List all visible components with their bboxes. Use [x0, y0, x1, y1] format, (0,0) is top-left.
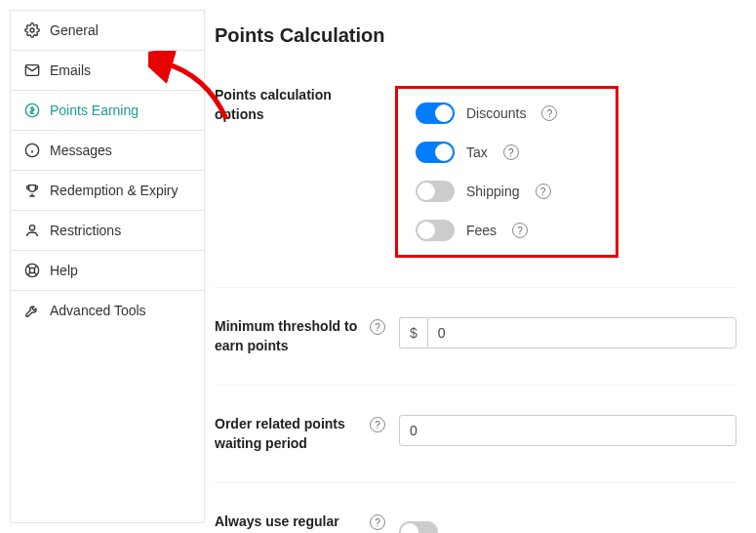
dollar-circle-icon	[24, 102, 40, 118]
setting-regular-price: Always use regular price ?	[215, 503, 736, 533]
calc-options-highlight-box: Discounts ? Tax ? Shipping ? Fees ?	[395, 86, 618, 258]
sidebar-item-redemption[interactable]: Redemption & Expiry	[11, 171, 204, 211]
sidebar-item-label: Points Earning	[50, 102, 139, 118]
life-ring-icon	[24, 263, 40, 278]
help-icon[interactable]: ?	[536, 184, 551, 199]
sidebar-item-label: General	[50, 22, 99, 38]
page-title: Points Calculation	[215, 24, 736, 47]
trophy-icon	[24, 183, 40, 198]
person-icon	[24, 223, 40, 238]
help-icon[interactable]: ?	[503, 144, 519, 160]
sidebar-item-label: Restrictions	[50, 223, 121, 238]
help-icon[interactable]: ?	[541, 105, 557, 121]
toggle-row-discounts: Discounts ?	[416, 102, 561, 124]
main-panel: Points Calculation Points calculation op…	[215, 0, 756, 533]
wrench-icon	[24, 303, 40, 318]
help-icon[interactable]: ?	[370, 514, 385, 530]
currency-prefix: $	[399, 317, 427, 348]
sidebar-item-restrictions[interactable]: Restrictions	[11, 211, 204, 251]
toggle-label: Shipping	[466, 184, 520, 199]
setting-waiting-period: Order related points waiting period ?	[215, 405, 736, 483]
help-icon[interactable]: ?	[512, 223, 528, 238]
settings-sidebar: General Emails Points Earning Messages R…	[10, 10, 205, 523]
toggle-regular-price[interactable]	[399, 521, 438, 533]
toggle-shipping[interactable]	[416, 181, 455, 202]
sidebar-item-help[interactable]: Help	[11, 251, 204, 291]
setting-calc-options: Points calculation options Discounts ? T…	[215, 76, 736, 288]
min-threshold-input[interactable]	[427, 317, 736, 348]
svg-line-10	[34, 272, 37, 275]
sidebar-item-label: Messages	[50, 143, 112, 158]
waiting-period-input[interactable]	[399, 415, 736, 446]
toggle-row-fees: Fees ?	[416, 220, 561, 241]
sidebar-item-label: Emails	[50, 62, 91, 78]
setting-label: Points calculation options	[215, 86, 366, 258]
sidebar-item-label: Help	[50, 263, 78, 278]
svg-point-6	[29, 226, 34, 230]
toggle-tax[interactable]	[416, 142, 455, 163]
setting-label: Always use regular price	[215, 512, 366, 533]
svg-point-8	[29, 267, 34, 272]
svg-line-11	[27, 272, 30, 275]
sidebar-item-messages[interactable]: Messages	[11, 131, 204, 171]
toggle-row-tax: Tax ?	[416, 142, 561, 163]
setting-min-threshold: Minimum threshold to earn points ? $	[215, 308, 736, 386]
info-circle-icon	[24, 143, 40, 158]
sidebar-item-points-earning[interactable]: Points Earning	[11, 91, 204, 131]
toggle-row-shipping: Shipping ?	[416, 181, 561, 202]
setting-label: Minimum threshold to earn points	[215, 317, 366, 355]
sidebar-item-emails[interactable]: Emails	[11, 51, 204, 91]
help-icon[interactable]: ?	[370, 319, 385, 335]
toggle-fees[interactable]	[416, 220, 455, 241]
svg-line-9	[27, 266, 30, 268]
toggle-discounts[interactable]	[416, 102, 455, 124]
gear-icon	[24, 22, 40, 38]
envelope-icon	[24, 62, 40, 78]
svg-point-0	[30, 28, 34, 32]
setting-label: Order related points waiting period	[215, 415, 366, 453]
sidebar-item-advanced[interactable]: Advanced Tools	[11, 291, 204, 330]
sidebar-item-general[interactable]: General	[11, 11, 204, 51]
toggle-label: Tax	[466, 144, 488, 160]
svg-line-12	[34, 266, 37, 268]
sidebar-item-label: Redemption & Expiry	[50, 183, 179, 198]
toggle-label: Fees	[466, 223, 497, 238]
toggle-label: Discounts	[466, 105, 526, 121]
sidebar-item-label: Advanced Tools	[50, 303, 146, 318]
help-icon[interactable]: ?	[370, 417, 385, 432]
